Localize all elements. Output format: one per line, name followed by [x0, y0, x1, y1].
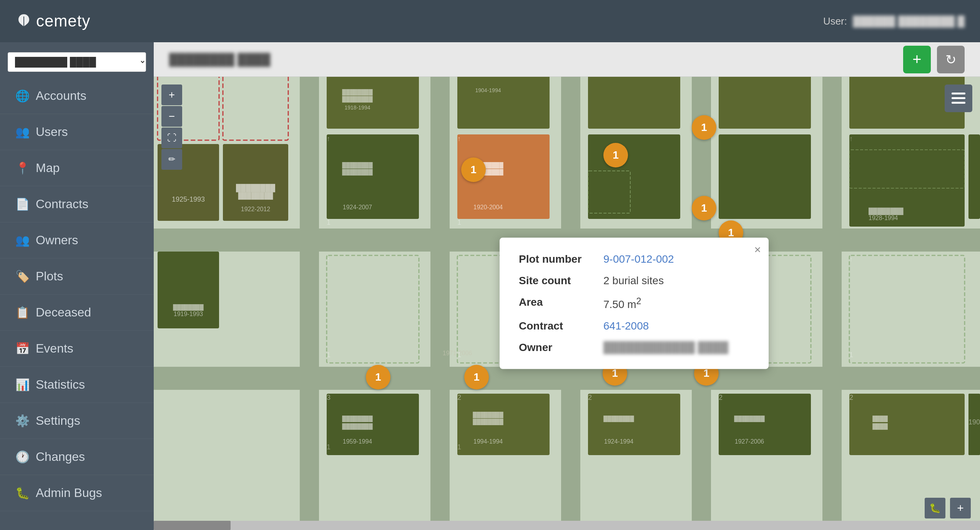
- svg-rect-115: [952, 93, 965, 94]
- svg-text:1: 1: [457, 219, 461, 226]
- map-debug-button[interactable]: 🐛: [925, 498, 945, 518]
- popup-row-contract: Contract 641-2008: [519, 320, 749, 332]
- sidebar-item-owners[interactable]: 👥 Owners: [0, 222, 154, 258]
- svg-text:↑: ↑: [849, 255, 853, 263]
- sidebar: ████████ ████ 🌐 Accounts 👥 Users 📍 Map 📄…: [0, 42, 154, 530]
- owners-icon: 👥: [15, 234, 30, 247]
- map-add-button[interactable]: +: [950, 498, 971, 518]
- map-controls: + − ⛶ ✏: [161, 84, 182, 170]
- sidebar-item-settings[interactable]: ⚙️ Settings: [0, 403, 154, 439]
- map-icon: 📍: [15, 161, 30, 175]
- svg-rect-81: [457, 394, 550, 455]
- popup-label-owner: Owner: [519, 341, 588, 354]
- popup-value-plot-number[interactable]: 9-007-012-002: [603, 253, 674, 265]
- svg-rect-75: [327, 394, 419, 455]
- svg-rect-116: [952, 97, 965, 99]
- svg-text:████████: ████████: [734, 416, 764, 422]
- svg-rect-59: [588, 134, 680, 219]
- user-info: User: ██████ ████████ █: [823, 15, 965, 27]
- map-layers-button[interactable]: [945, 84, 972, 112]
- sidebar-item-users[interactable]: 👥 Users: [0, 114, 154, 150]
- svg-text:2: 2: [849, 394, 853, 401]
- sidebar-dropdown-container[interactable]: ████████ ████: [8, 52, 146, 72]
- edit-map-button[interactable]: ✏: [161, 149, 182, 170]
- sidebar-item-changes[interactable]: 🕐 Changes: [0, 439, 154, 475]
- badge-1b[interactable]: 1: [603, 143, 628, 167]
- map-area[interactable]: 1925-1993 ████████ ████████ 1922-2012 ██…: [154, 77, 980, 530]
- sidebar-select[interactable]: ████████ ████: [8, 52, 146, 72]
- svg-text:1928-1994: 1928-1994: [869, 215, 898, 221]
- svg-rect-66: [968, 134, 980, 219]
- content-area: ████████ ████ + ↻: [154, 42, 980, 530]
- svg-text:1: 1: [327, 443, 331, 451]
- svg-text:████████: ████████: [342, 162, 372, 169]
- sidebar-label-changes: Changes: [36, 450, 138, 464]
- popup-row-owner: Owner ████████████ ████: [519, 341, 749, 354]
- scrollbar-thumb[interactable]: [154, 521, 231, 530]
- logo-icon: [15, 13, 32, 30]
- svg-text:████████: ████████: [342, 423, 372, 430]
- svg-text:1909-: 1909-: [968, 418, 980, 426]
- sidebar-label-settings: Settings: [36, 414, 138, 428]
- svg-text:1924-1994: 1924-1994: [604, 438, 634, 445]
- statistics-icon: 📊: [15, 378, 30, 391]
- sidebar-item-contracts[interactable]: 📄 Contracts: [0, 186, 154, 222]
- popup-close-button[interactable]: ×: [754, 244, 761, 255]
- svg-rect-110: [849, 194, 965, 227]
- badge-1a[interactable]: 1: [461, 157, 486, 182]
- popup-value-site-count: 2 burial sites: [603, 275, 664, 287]
- accounts-icon: 🌐: [15, 89, 30, 103]
- sidebar-item-plots[interactable]: 🏷️ Plots: [0, 258, 154, 295]
- badge-1g[interactable]: 1: [464, 365, 489, 389]
- svg-text:↑: ↑: [457, 135, 461, 142]
- sidebar-label-deceased: Deceased: [36, 305, 138, 320]
- svg-text:1994-1994: 1994-1994: [473, 438, 503, 445]
- popup-value-contract[interactable]: 641-2008: [603, 320, 649, 332]
- sidebar-label-statistics: Statistics: [36, 378, 138, 392]
- svg-rect-16: [319, 252, 430, 367]
- main-layout: ████████ ████ 🌐 Accounts 👥 Users 📍 Map 📄…: [0, 42, 980, 530]
- svg-rect-4: [300, 77, 319, 530]
- sidebar-item-adminbugs[interactable]: 🐛 Admin Bugs: [0, 475, 154, 511]
- sidebar-item-accounts[interactable]: 🌐 Accounts: [0, 78, 154, 114]
- add-button[interactable]: +: [903, 46, 931, 73]
- sidebar-label-plots: Plots: [36, 269, 138, 283]
- svg-text:↑: ↑: [849, 135, 853, 142]
- popup-label-contract: Contract: [519, 320, 588, 332]
- user-label: User:: [823, 15, 847, 27]
- svg-text:2: 2: [719, 394, 723, 401]
- refresh-button[interactable]: ↻: [937, 46, 965, 73]
- svg-text:1: 1: [327, 351, 331, 359]
- badge-1f[interactable]: 1: [366, 365, 390, 389]
- zoom-in-button[interactable]: +: [161, 84, 182, 105]
- svg-text:1925-1993: 1925-1993: [172, 195, 205, 203]
- horizontal-scrollbar[interactable]: [154, 521, 980, 530]
- popup-row-plot-number: Plot number 9-007-012-002: [519, 253, 749, 265]
- settings-icon: ⚙️: [15, 414, 30, 427]
- logo: cemety: [15, 12, 90, 30]
- svg-text:████████: ████████: [342, 416, 372, 422]
- sidebar-label-owners: Owners: [36, 233, 138, 247]
- svg-text:1959-1994: 1959-1994: [343, 438, 372, 445]
- badge-1c[interactable]: 1: [692, 115, 716, 140]
- adminbugs-icon: 🐛: [15, 486, 30, 500]
- svg-text:1920-2004: 1920-2004: [473, 204, 503, 210]
- plots-icon: 🏷️: [15, 270, 30, 283]
- popup-value-owner: ████████████ ████: [603, 341, 728, 354]
- sidebar-item-statistics[interactable]: 📊 Statistics: [0, 367, 154, 403]
- sidebar-item-deceased[interactable]: 📋 Deceased: [0, 295, 154, 331]
- sidebar-item-events[interactable]: 📅 Events: [0, 331, 154, 367]
- sidebar-label-map: Map: [36, 161, 138, 175]
- breadcrumb-bar: ████████ ████ + ↻: [154, 42, 980, 77]
- deceased-icon: 📋: [15, 306, 30, 319]
- fullscreen-button[interactable]: ⛶: [161, 128, 182, 148]
- popup-row-site-count: Site count 2 burial sites: [519, 275, 749, 287]
- popup-label-plot-number: Plot number: [519, 253, 588, 265]
- svg-rect-21: [154, 390, 300, 524]
- svg-text:2: 2: [457, 394, 461, 401]
- sidebar-item-map[interactable]: 📍 Map: [0, 150, 154, 186]
- toolbar-right: + ↻: [903, 46, 965, 73]
- svg-rect-43: [327, 134, 419, 219]
- zoom-out-button[interactable]: −: [161, 106, 182, 127]
- badge-1d[interactable]: 1: [692, 196, 716, 220]
